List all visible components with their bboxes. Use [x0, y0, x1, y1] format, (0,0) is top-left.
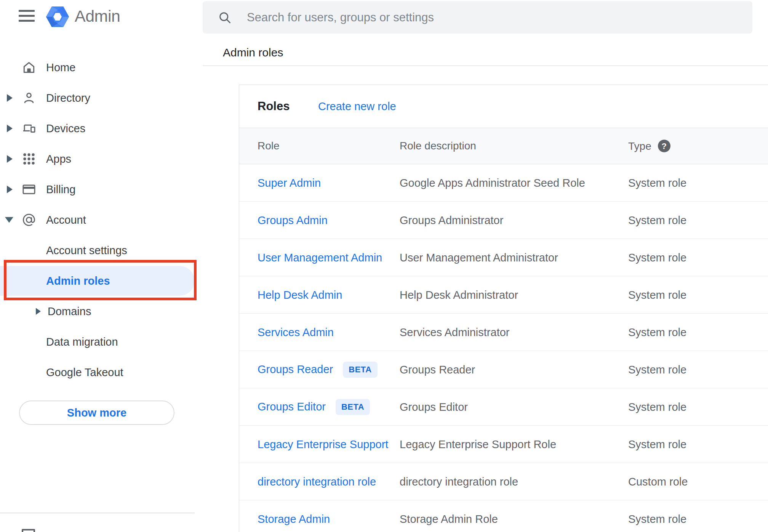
- role-link[interactable]: Super Admin: [258, 176, 321, 189]
- sidebar-divider: [0, 513, 195, 513]
- brand-title: Admin: [75, 7, 120, 26]
- sidebar-item-domains[interactable]: Domains: [0, 296, 202, 327]
- header-divider: [203, 66, 768, 66]
- sidebar-item-label: Data migration: [46, 336, 118, 348]
- table-row: Legacy Enterprise Support Legacy Enterpr…: [239, 426, 768, 463]
- table-row: Super Admin Google Apps Administrator Se…: [239, 164, 768, 202]
- sidebar-item-admin-roles[interactable]: Admin roles: [0, 266, 202, 296]
- sidebar-item-label: Account: [46, 214, 86, 226]
- table-row: Groups Editor BETA Groups Editor System …: [239, 388, 768, 426]
- column-header-role: Role: [258, 140, 280, 152]
- role-description: Legacy Enterprise Support Role: [400, 438, 556, 450]
- table-row: directory integration role directory int…: [239, 463, 768, 500]
- column-header-description: Role description: [400, 140, 476, 152]
- table-row: Storage Admin Storage Admin Role System …: [239, 500, 768, 532]
- role-description: Storage Admin Role: [400, 513, 498, 525]
- role-link[interactable]: Services Admin: [258, 326, 334, 338]
- chevron-right-icon[interactable]: [7, 125, 13, 132]
- role-type: System role: [628, 214, 686, 226]
- card-icon: [22, 182, 36, 197]
- breadcrumb: Admin roles: [223, 46, 283, 59]
- search-placeholder: Search for users, groups or settings: [247, 11, 434, 24]
- role-description: Groups Administrator: [400, 214, 503, 226]
- sidebar-item-apps[interactable]: Apps: [0, 144, 202, 174]
- role-description: Groups Reader: [400, 363, 475, 376]
- role-description: Google Apps Administrator Seed Role: [400, 176, 585, 189]
- role-description: directory integration role: [400, 475, 518, 488]
- admin-logo-icon: [46, 6, 69, 29]
- home-icon: [22, 60, 36, 75]
- sidebar-item-account-settings[interactable]: Account settings: [0, 235, 202, 266]
- sidebar-item-label: Home: [46, 61, 75, 74]
- search-input[interactable]: Search for users, groups or settings: [203, 1, 752, 34]
- show-more-button[interactable]: Show more: [19, 401, 174, 425]
- sidebar-item-label: Domains: [48, 305, 91, 318]
- role-type: System role: [628, 176, 686, 189]
- table-row: Groups Reader BETA Groups Reader System …: [239, 351, 768, 388]
- table-row: Groups Admin Groups Administrator System…: [239, 202, 768, 239]
- sidebar-item-label: Directory: [46, 92, 90, 104]
- beta-badge: BETA: [336, 399, 370, 415]
- sidebar: Admin Home Directory Devices Apps Billin…: [0, 0, 202, 532]
- help-icon[interactable]: ?: [658, 140, 670, 152]
- chevron-right-icon[interactable]: [7, 186, 13, 193]
- sidebar-item-directory[interactable]: Directory: [0, 83, 202, 113]
- role-description: Groups Editor: [400, 401, 468, 413]
- create-new-role-link[interactable]: Create new role: [318, 100, 396, 113]
- role-link[interactable]: Legacy Enterprise Support: [258, 438, 388, 450]
- chevron-right-icon[interactable]: [36, 308, 41, 315]
- sidebar-item-label: Billing: [46, 183, 75, 196]
- role-link[interactable]: User Management Admin: [258, 251, 382, 264]
- sidebar-item-data-migration[interactable]: Data migration: [0, 327, 202, 357]
- role-type: System role: [628, 438, 686, 450]
- sidebar-item-home[interactable]: Home: [0, 52, 202, 83]
- sidebar-item-label: Devices: [46, 122, 85, 135]
- sidebar-item-billing[interactable]: Billing: [0, 174, 202, 205]
- role-description: User Management Administrator: [400, 251, 558, 264]
- sidebar-item-label: Admin roles: [46, 275, 110, 287]
- role-type: System role: [628, 401, 686, 413]
- role-type: System role: [628, 363, 686, 376]
- sidebar-item-label: Account settings: [46, 244, 127, 257]
- sidebar-item-label: Google Takeout: [46, 366, 123, 379]
- role-link[interactable]: Groups Admin: [258, 214, 328, 226]
- role-description: Services Administrator: [400, 326, 510, 338]
- sidebar-item-account[interactable]: Account: [0, 205, 202, 235]
- role-link[interactable]: Help Desk Admin: [258, 288, 342, 301]
- role-type: System role: [628, 288, 686, 301]
- chevron-down-icon[interactable]: [5, 217, 13, 223]
- table-row: Help Desk Admin Help Desk Administrator …: [239, 276, 768, 314]
- sidebar-item-devices[interactable]: Devices: [0, 113, 202, 144]
- search-icon: [218, 11, 232, 24]
- role-description: Help Desk Administrator: [400, 288, 518, 301]
- table-row: User Management Admin User Management Ad…: [239, 239, 768, 276]
- roles-table-body: Super Admin Google Apps Administrator Se…: [239, 164, 768, 532]
- cutoff-item-icon: [22, 529, 35, 532]
- card-title: Roles: [258, 99, 290, 113]
- sidebar-item-label: Apps: [46, 153, 71, 165]
- apps-icon: [22, 152, 36, 166]
- sidebar-nav: Home Directory Devices Apps Billing Acco…: [0, 52, 202, 388]
- table-row: Services Admin Services Administrator Sy…: [239, 314, 768, 351]
- role-type: Custom role: [628, 475, 688, 488]
- role-type: System role: [628, 326, 686, 338]
- table-header-row: Role Role description Type ?: [239, 128, 768, 164]
- role-link[interactable]: Groups Editor: [258, 401, 326, 413]
- role-link[interactable]: Groups Reader: [258, 363, 333, 376]
- roles-card: Roles Create new role Role Role descript…: [239, 85, 768, 532]
- column-header-type: Type ?: [628, 140, 670, 152]
- chevron-right-icon[interactable]: [7, 94, 13, 102]
- role-link[interactable]: Storage Admin: [258, 513, 330, 525]
- admin-console-page: Admin Home Directory Devices Apps Billin…: [0, 0, 768, 532]
- person-icon: [22, 91, 36, 105]
- at-icon: [22, 213, 36, 227]
- menu-icon[interactable]: [19, 10, 35, 22]
- beta-badge: BETA: [343, 362, 377, 378]
- role-type: System role: [628, 251, 686, 264]
- chevron-right-icon[interactable]: [7, 155, 13, 163]
- role-type: System role: [628, 513, 686, 525]
- sidebar-item-google-takeout[interactable]: Google Takeout: [0, 357, 202, 388]
- devices-icon: [22, 121, 36, 136]
- role-link[interactable]: directory integration role: [258, 475, 376, 488]
